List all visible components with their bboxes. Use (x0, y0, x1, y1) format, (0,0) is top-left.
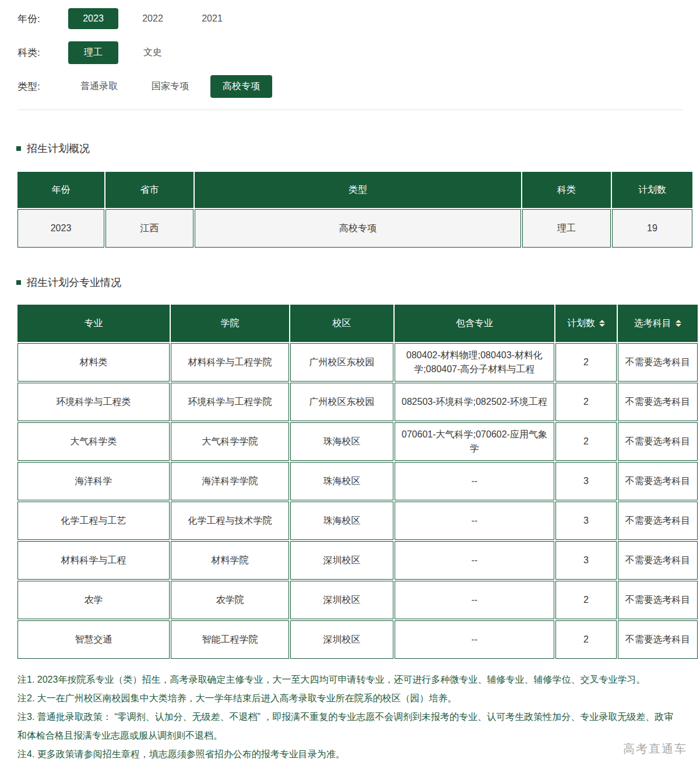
header-cell: 校区 (290, 305, 393, 342)
table-row: 农学农学院深圳校区--2不需要选考科目 (17, 581, 698, 619)
table-cell: 3 (555, 462, 617, 500)
filter-option-文史[interactable]: 文史 (128, 41, 178, 64)
filter-option-2023[interactable]: 2023 (68, 8, 118, 29)
note-line: 注1. 2023年按院系专业（类）招生，高考录取确定主修专业，大一至大四均可申请… (17, 670, 683, 689)
header-cell[interactable]: 选考科目 (618, 305, 698, 342)
header-cell: 年份 (17, 172, 104, 208)
table-cell: 理工 (522, 209, 611, 248)
table-row: 海洋科学海洋科学学院珠海校区--3不需要选考科目 (17, 462, 698, 500)
filter-option-普通录取[interactable]: 普通录取 (68, 75, 130, 98)
filter-option-国家专项[interactable]: 国家专项 (139, 75, 201, 98)
overview-table: 年份省市类型科类计划数 2023江西高校专项理工19 (16, 171, 694, 249)
header-cell: 专业 (17, 305, 170, 342)
header-cell-label: 科类 (557, 185, 576, 195)
table-cell: -- (395, 541, 554, 580)
note-line: 注3. 普通批录取政策： “零调剂、认加分、无级差、不退档” ，即报满不重复的专… (17, 708, 683, 745)
table-row: 材料科学与工程材料学院深圳校区--3不需要选考科目 (17, 541, 698, 580)
header-cell-label: 学院 (221, 318, 240, 328)
table-cell: 不需要选考科目 (618, 541, 698, 580)
section-title-text: 招生计划分专业情况 (27, 276, 121, 290)
header-cell: 科类 (522, 172, 611, 208)
table-cell: 2 (555, 422, 617, 461)
table-cell: 19 (612, 209, 692, 248)
table-cell: 大气科学类 (17, 422, 170, 461)
header-cell-label: 校区 (333, 318, 351, 328)
table-cell: 珠海校区 (290, 422, 393, 461)
table-cell: 深圳校区 (290, 581, 393, 619)
table-cell: 材料学院 (171, 541, 289, 580)
table-cell: 不需要选考科目 (618, 581, 698, 619)
table-row: 2023江西高校专项理工19 (17, 209, 692, 248)
filter-option-高校专项[interactable]: 高校专项 (210, 75, 272, 98)
table-cell: 082503-环境科学;082502-环境工程 (395, 383, 554, 421)
filter-option-2022[interactable]: 2022 (128, 8, 178, 29)
table-cell: 大气科学学院 (171, 422, 289, 461)
filter-label: 科类: (17, 46, 58, 59)
table-cell: 材料科学与工程 (17, 541, 170, 580)
table-cell: 广州校区东校园 (290, 343, 393, 382)
filter-option-理工[interactable]: 理工 (68, 41, 118, 64)
note-line: 注4. 更多政策请参阅招生章程，填志愿须参照省招办公布的报考专业目录为准。 (17, 745, 683, 764)
table-cell: 深圳校区 (290, 541, 393, 580)
table-cell: 不需要选考科目 (618, 462, 698, 500)
square-bullet-icon (16, 146, 21, 151)
table-row: 大气科学类大气科学学院珠海校区070601-大气科学;070602-应用气象学2… (17, 422, 698, 461)
table-cell: 070601-大气科学;070602-应用气象学 (395, 422, 554, 461)
header-row: 专业学院校区包含专业计划数选考科目 (17, 305, 698, 342)
header-cell-label: 选考科目 (634, 318, 671, 328)
table-cell: 不需要选考科目 (618, 422, 698, 461)
table-cell: 智慧交通 (17, 620, 170, 659)
table-cell: -- (395, 502, 554, 540)
section-title-majors: 招生计划分专业情况 (16, 276, 700, 290)
sort-arrows-icon[interactable] (599, 320, 605, 327)
table-cell: 080402-材料物理;080403-材料化学;080407-高分子材料与工程 (395, 343, 554, 382)
table-row: 材料类材料科学与工程学院广州校区东校园080402-材料物理;080403-材料… (17, 343, 698, 382)
filter-label: 类型: (17, 80, 58, 93)
majors-table: 专业学院校区包含专业计划数选考科目 材料类材料科学与工程学院广州校区东校园080… (16, 303, 699, 660)
section-title-overview: 招生计划概况 (16, 142, 700, 156)
table-cell: 2 (555, 620, 617, 659)
notes: 注1. 2023年按院系专业（类）招生，高考录取确定主修专业，大一至大四均可申请… (17, 670, 683, 764)
header-cell: 学院 (171, 305, 289, 342)
table-cell: 2023 (17, 209, 104, 248)
table-cell: 江西 (105, 209, 194, 248)
table-cell: 珠海校区 (290, 502, 393, 540)
header-cell: 类型 (195, 172, 521, 208)
divider (17, 110, 683, 110)
header-cell-label: 省市 (140, 185, 159, 195)
table-cell: 环境科学与工程学院 (171, 383, 289, 421)
table-cell: 广州校区东校园 (290, 383, 393, 421)
table-cell: 不需要选考科目 (618, 502, 698, 540)
table-cell: 2 (555, 581, 617, 619)
filter-options: 理工文史 (68, 41, 187, 64)
sort-arrows-icon[interactable] (676, 320, 681, 327)
table-cell: 深圳校区 (290, 620, 393, 659)
header-cell-label: 专业 (85, 318, 103, 328)
table-cell: 材料类 (17, 343, 170, 382)
table-cell: 不需要选考科目 (618, 620, 698, 659)
table-cell: 3 (555, 541, 617, 580)
table-cell: -- (395, 581, 554, 619)
header-cell: 省市 (105, 172, 194, 208)
watermark: 高考直通车 (623, 741, 687, 757)
filter-row: 类型:普通录取国家专项高校专项 (17, 75, 700, 98)
filter-row: 年份:202320222021 (17, 7, 700, 30)
table-cell: -- (395, 462, 554, 500)
section-title-text: 招生计划概况 (27, 142, 90, 156)
table-cell: 化学工程与技术学院 (171, 502, 289, 540)
filter-options: 普通录取国家专项高校专项 (68, 75, 282, 98)
table-cell: 2 (555, 343, 617, 382)
header-cell-label: 年份 (52, 185, 71, 195)
table-cell: 化学工程与工艺 (17, 502, 170, 540)
table-cell: 海洋科学学院 (171, 462, 289, 500)
filter-option-2021[interactable]: 2021 (187, 8, 237, 29)
header-cell: 计划数 (612, 172, 692, 208)
header-cell[interactable]: 计划数 (555, 305, 617, 342)
table-row: 环境科学与工程类环境科学与工程学院广州校区东校园082503-环境科学;0825… (17, 383, 698, 421)
table-cell: 农学院 (171, 581, 289, 619)
filter-label: 年份: (17, 12, 58, 26)
header-cell-label: 计划数 (567, 318, 595, 328)
table-cell: 材料科学与工程学院 (171, 343, 289, 382)
header-cell: 包含专业 (395, 305, 554, 342)
filter-row: 科类:理工文史 (17, 41, 700, 64)
